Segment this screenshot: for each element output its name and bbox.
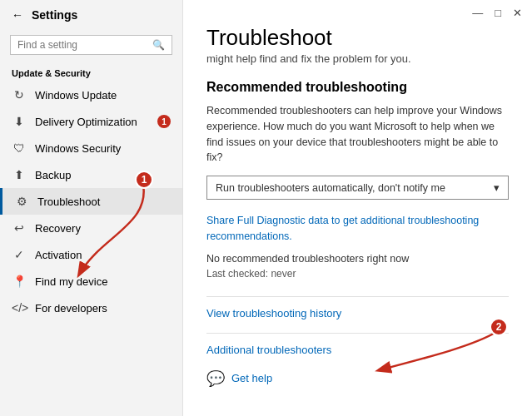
sidebar-item-label-backup: Backup	[35, 169, 171, 181]
view-history-link[interactable]: View troubleshooting history	[206, 307, 509, 319]
recommended-section-heading: Recommended troubleshooting	[206, 80, 509, 95]
back-icon[interactable]: ←	[12, 8, 23, 22]
sidebar-item-find-my-device[interactable]: 📍Find my device	[0, 268, 182, 295]
recommended-description: Recommended troubleshooters can help imp…	[206, 103, 509, 166]
sidebar-item-label-find-my-device: Find my device	[35, 275, 171, 288]
dropdown-value: Run troubleshooters automatically, don't…	[216, 182, 445, 194]
sidebar-item-label-windows-update: Windows Update	[35, 89, 171, 102]
section-label: Update & Security	[0, 63, 182, 82]
get-help-icon: 💬	[206, 369, 225, 388]
sidebar-item-label-for-developers: For developers	[35, 302, 171, 314]
find-my-device-icon: 📍	[12, 275, 27, 288]
divider-1	[206, 296, 509, 297]
sidebar-item-windows-security[interactable]: 🛡Windows Security	[0, 135, 182, 161]
windows-security-icon: 🛡	[12, 141, 27, 155]
last-checked-text: Last checked: never	[206, 268, 509, 280]
sidebar: ← Settings 🔍 Update & Security ↻Windows …	[0, 0, 183, 416]
sidebar-item-for-developers[interactable]: </>For developers	[0, 295, 182, 321]
close-button[interactable]: ✕	[513, 7, 522, 19]
share-diagnostic-link[interactable]: Share Full Diagnostic data to get additi…	[206, 213, 509, 245]
sidebar-item-troubleshoot[interactable]: ⚙Troubleshoot	[0, 188, 182, 215]
minimize-button[interactable]: —	[472, 7, 483, 19]
sidebar-header: ← Settings	[0, 0, 182, 30]
no-troubleshooters-text: No recommended troubleshooters right now	[206, 253, 509, 265]
sidebar-app-title: Settings	[32, 8, 77, 22]
sidebar-nav: ↻Windows Update⬇Delivery Optimization1🛡W…	[0, 82, 182, 321]
page-title: Troubleshoot	[206, 25, 509, 51]
sidebar-item-windows-update[interactable]: ↻Windows Update	[0, 82, 182, 108]
get-help-row[interactable]: 💬 Get help	[206, 369, 509, 388]
backup-icon: ⬆	[12, 168, 27, 181]
sidebar-item-label-windows-security: Windows Security	[35, 142, 171, 155]
chevron-down-icon: ▾	[494, 181, 500, 194]
troubleshoot-icon: ⚙	[14, 195, 29, 208]
notification-badge-delivery-optimization: 1	[157, 115, 171, 128]
search-icon: 🔍	[152, 39, 165, 51]
search-box[interactable]: 🔍	[10, 35, 172, 55]
sidebar-item-label-recovery: Recovery	[35, 222, 171, 235]
troubleshoot-dropdown[interactable]: Run troubleshooters automatically, don't…	[206, 176, 509, 200]
activation-icon: ✓	[12, 248, 27, 261]
sidebar-item-recovery[interactable]: ↩Recovery	[0, 215, 182, 241]
sidebar-item-activation[interactable]: ✓Activation	[0, 241, 182, 268]
window-controls: — □ ✕	[472, 7, 522, 19]
recovery-icon: ↩	[12, 221, 27, 235]
sidebar-item-label-activation: Activation	[35, 249, 171, 261]
page-subtitle: might help find and fix the problem for …	[206, 52, 509, 65]
sidebar-item-label-delivery-optimization: Delivery Optimization	[35, 116, 147, 128]
main-content: — □ ✕ Troubleshoot might help find and f…	[183, 0, 532, 416]
sidebar-item-label-troubleshoot: Troubleshoot	[37, 196, 171, 208]
maximize-button[interactable]: □	[495, 7, 501, 19]
additional-troubleshooters-link[interactable]: Additional troubleshooters	[206, 344, 509, 356]
windows-update-icon: ↻	[12, 88, 27, 102]
get-help-label[interactable]: Get help	[231, 372, 272, 384]
sidebar-item-delivery-optimization[interactable]: ⬇Delivery Optimization1	[0, 108, 182, 135]
search-input[interactable]	[17, 39, 147, 51]
sidebar-item-backup[interactable]: ⬆Backup	[0, 161, 182, 188]
for-developers-icon: </>	[12, 301, 27, 314]
delivery-optimization-icon: ⬇	[12, 115, 27, 128]
divider-2	[206, 333, 509, 334]
